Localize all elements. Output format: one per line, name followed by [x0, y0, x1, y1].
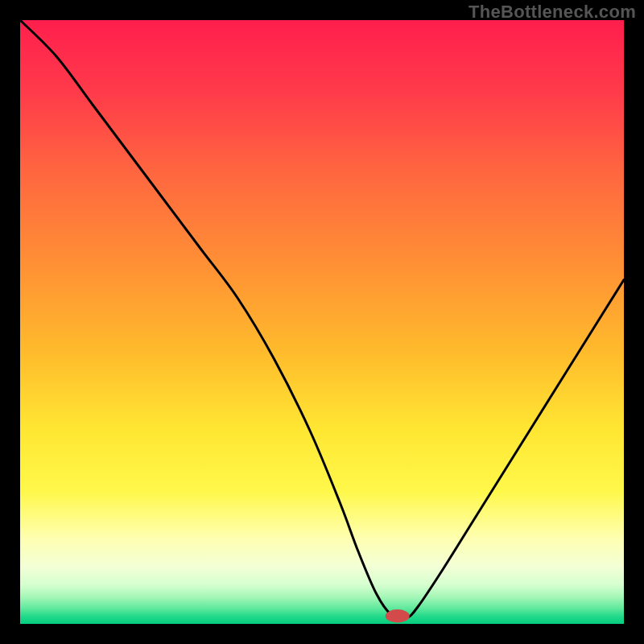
- gradient-background: [20, 20, 624, 624]
- plot-area: [20, 20, 624, 624]
- optimal-point-marker: [386, 609, 410, 623]
- chart-frame: TheBottleneck.com: [0, 0, 644, 644]
- watermark-text: TheBottleneck.com: [469, 2, 636, 23]
- chart-svg: [20, 20, 624, 624]
